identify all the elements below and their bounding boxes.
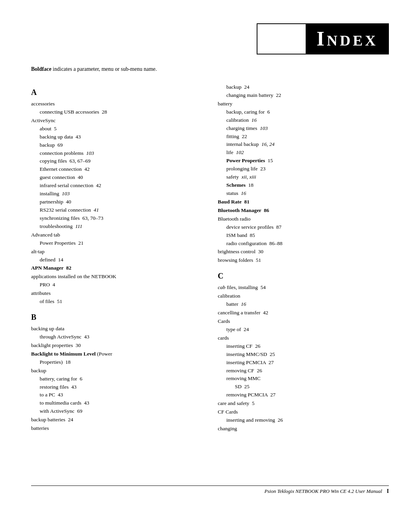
list-item: Cards: [218, 317, 389, 326]
list-item: to multimedia cards 43: [31, 399, 202, 407]
title-small: NDEX: [327, 32, 378, 49]
list-item: inserting PCMCIA 27: [218, 359, 389, 367]
list-item: changing: [218, 425, 389, 433]
list-item: radio configuration 86–88: [218, 240, 389, 248]
list-item: backup 69: [31, 141, 202, 149]
list-item: backup batteries 24: [31, 416, 202, 424]
list-item: safety xii, xiii: [218, 173, 389, 181]
list-item: Power Properties 15: [218, 157, 389, 165]
list-item: battery, caring for 6: [31, 375, 202, 383]
section-b-header: B: [31, 311, 202, 323]
list-item: changing main battery 22: [218, 91, 389, 100]
list-item: batteries: [31, 424, 202, 433]
list-item: calibration: [218, 292, 389, 300]
list-item: Schemes 18: [218, 181, 389, 189]
section-c-header: C: [218, 270, 389, 282]
list-item: backup 24: [218, 83, 389, 91]
header-area: INDEX: [31, 23, 389, 54]
list-item: Baud Rate 81: [218, 198, 389, 206]
list-item: of files 51: [31, 298, 202, 306]
list-item: CF Cards: [218, 408, 389, 416]
subtitle-text: indicates a parameter, menu or sub-menu …: [53, 66, 157, 72]
list-item: type of 24: [218, 326, 389, 334]
list-item: restoring files 43: [31, 383, 202, 391]
list-item: ISM band 85: [218, 231, 389, 240]
list-item: cards: [218, 334, 389, 342]
list-item: SD 25: [218, 383, 389, 391]
list-item: backup, caring for 6: [218, 108, 389, 116]
list-item: alt-tap: [31, 248, 202, 256]
list-item: infrared serial connection 42: [31, 182, 202, 190]
list-item: status 16: [218, 189, 389, 198]
list-item: defined 14: [31, 256, 202, 264]
list-item: accessories: [31, 100, 202, 108]
list-item: backing up data: [31, 325, 202, 333]
list-item: troubleshooting 111: [31, 223, 202, 231]
list-item: about 5: [31, 125, 202, 133]
list-item: calibration 16: [218, 116, 389, 124]
section-a-header: A: [31, 86, 202, 98]
list-item: battery: [218, 100, 389, 108]
list-item: removing PCMCIA 27: [218, 391, 389, 399]
index-title-block: INDEX: [306, 23, 389, 54]
list-item: device service profiles 87: [218, 223, 389, 231]
list-item: RS232 serial connection 41: [31, 206, 202, 214]
header-box: INDEX: [257, 23, 389, 54]
list-item: with ActiveSync 69: [31, 407, 202, 415]
list-item: APN Manager 82: [31, 264, 202, 272]
list-item: Power Properties 21: [31, 239, 202, 247]
list-item: backlight properties 30: [31, 342, 202, 350]
list-item: to a PC 43: [31, 391, 202, 399]
list-item: applications installed on the NETBOOK: [31, 273, 202, 281]
list-item: batter 16: [218, 300, 389, 308]
list-item: removing MMC: [218, 375, 389, 383]
subtitle-bold: Boldface: [31, 66, 51, 72]
list-item: Bluetooth Manager 86: [218, 207, 389, 215]
footer-page: I: [387, 488, 389, 494]
list-item: backup: [31, 367, 202, 375]
title-large: I: [317, 28, 327, 50]
list-item: Backlight to Minimum Level (Power: [31, 350, 202, 358]
list-item: life 102: [218, 149, 389, 157]
columns: A accessories connecting USB accessories…: [31, 83, 389, 433]
list-item: connecting USB accessories 28: [31, 108, 202, 116]
list-item: browsing folders 51: [218, 256, 389, 265]
list-item: guest connection 40: [31, 174, 202, 182]
list-item: installing 103: [31, 190, 202, 198]
list-item: inserting CF 26: [218, 342, 389, 351]
list-item: copying files 63, 67–69: [31, 157, 202, 165]
list-item: care and safety 5: [218, 400, 389, 408]
list-item: Advanced tab: [31, 231, 202, 239]
list-item: inserting MMC/SD 25: [218, 351, 389, 359]
list-item: synchronizing files 63, 70–73: [31, 214, 202, 223]
list-item: PRO 4: [31, 281, 202, 289]
list-item: fitting 22: [218, 133, 389, 141]
list-item: inserting and removing 26: [218, 416, 389, 424]
index-title: INDEX: [317, 27, 378, 50]
list-item: Properties) 18: [31, 358, 202, 366]
footer-text: Psion Teklogix NETBOOK PRO Win CE 4.2 Us…: [264, 488, 382, 494]
list-item: Bluetooth radio: [218, 215, 389, 223]
list-item: cab files, installing 54: [218, 284, 389, 292]
list-item: Ethernet connection 42: [31, 165, 202, 174]
page: INDEX Boldface indicates a parameter, me…: [0, 0, 420, 510]
list-item: backing up data 43: [31, 133, 202, 141]
list-item: ActiveSync: [31, 117, 202, 125]
list-item: internal backup 16, 24: [218, 140, 389, 149]
list-item: brightness control 30: [218, 248, 389, 256]
subtitle: Boldface indicates a parameter, menu or …: [31, 66, 389, 72]
footer: Psion Teklogix NETBOOK PRO Win CE 4.2 Us…: [31, 485, 389, 494]
left-column: A accessories connecting USB accessories…: [31, 83, 202, 433]
list-item: attributes: [31, 289, 202, 298]
list-item: prolonging life 23: [218, 165, 389, 173]
list-item: partnership 40: [31, 198, 202, 206]
right-column: backup 24 changing main battery 22 batte…: [218, 83, 389, 433]
list-item: removing CF 26: [218, 367, 389, 375]
list-item: through ActiveSync 43: [31, 333, 202, 341]
list-item: connection problems 103: [31, 149, 202, 158]
list-item: charging times 103: [218, 124, 389, 133]
list-item: cancelling a transfer 42: [218, 309, 389, 317]
